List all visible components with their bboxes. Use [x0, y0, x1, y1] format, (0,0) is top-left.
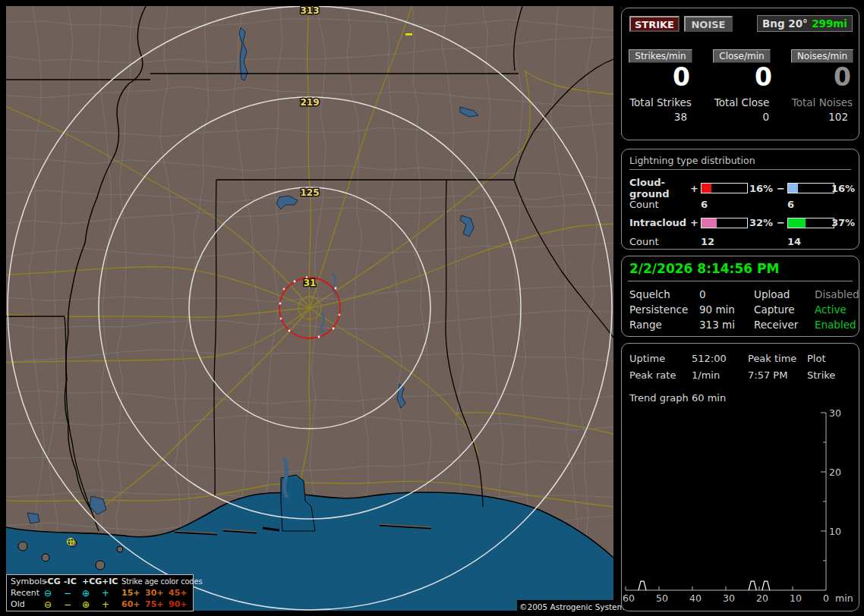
plot-label: Plot [807, 353, 853, 364]
recent-pos-cg-icon: ⊕ [82, 589, 102, 598]
age-60: 60+ [121, 599, 145, 609]
range-value: 299mi [812, 17, 847, 30]
ring-label-219: 219 [300, 97, 319, 108]
datetime-display: 2/2/2026 8:14:56 PM [628, 259, 853, 281]
peak-time-value: 7:57 PM [748, 369, 807, 381]
cg-negative-bar [787, 183, 834, 193]
persistence-value: 90 min [699, 303, 754, 316]
legend-recent-row: Recent ⊖ − ⊕ + 15+ 30+ 45+ [11, 587, 193, 599]
map-canvas: 313 219 125 31 [6, 6, 613, 611]
total-noises-label: Total Noises [789, 96, 856, 108]
recent-neg-ic-icon: − [64, 589, 82, 598]
legend-col-neg-ic: -IC [64, 577, 82, 586]
legend-col-pos-cg: +CG [82, 577, 102, 586]
y-tick-10: 10 [829, 526, 841, 537]
total-noises-value: 102 [789, 111, 856, 123]
count-label: Count [629, 199, 701, 210]
receiver-value: Enabled [815, 319, 856, 331]
noise-button[interactable]: NOISE [684, 16, 733, 32]
peak-time-label: Peak time [748, 353, 807, 364]
recent-pos-ic-icon: + [102, 589, 120, 598]
minus-sign: − [777, 183, 787, 194]
upload-label: Upload [754, 288, 815, 300]
old-positive-cg-strike-icon [67, 538, 74, 545]
plus-sign: + [690, 217, 701, 228]
trend-series [639, 581, 770, 590]
status-row: Persistence 90 min Capture Active [628, 302, 853, 317]
total-close-value: 0 [707, 111, 777, 123]
x-tick-60: 60 [623, 592, 635, 604]
symbols-legend: Symbols -CG -IC +CG +IC Strike age color… [6, 574, 194, 611]
trend-window-value: 60 min [692, 392, 853, 404]
ic-positive-bar-fill [702, 218, 717, 228]
trend-graph-row: Trend graph 60 min [628, 389, 853, 406]
capture-label: Capture [754, 303, 815, 316]
legend-recent-label: Recent [11, 588, 44, 598]
lightning-map[interactable]: 313 219 125 31 [6, 6, 613, 611]
close-per-min-value: 0 [707, 64, 777, 91]
trend-graph-label: Trend graph [629, 392, 692, 404]
close-column: Close/min 0 Total Close 0 [707, 48, 777, 123]
plot-mode-value: Strike [807, 369, 853, 381]
strikes-per-min-value: 0 [626, 64, 695, 91]
ic-negative-count: 14 [787, 236, 851, 247]
cloud-ground-label: Cloud-ground [629, 177, 690, 200]
status-panel: 2/2/2026 8:14:56 PM Squelch 0 Upload Dis… [621, 256, 859, 337]
legend-col-pos-ic: +IC [102, 577, 120, 586]
cg-negative-pct: 16% [828, 183, 853, 194]
intracloud-row: Intracloud + 32% − 37% [629, 214, 851, 231]
legend-header-row: Symbols -CG -IC +CG +IC Strike age color… [11, 576, 193, 587]
x-tick-40: 40 [689, 592, 702, 604]
persistence-label: Persistence [629, 303, 699, 316]
ic-positive-count: 12 [701, 236, 787, 247]
intracloud-count-row: Count 12 14 [629, 231, 851, 251]
x-tick-0: 0 [823, 592, 829, 604]
old-neg-cg-icon: ⊖ [44, 600, 64, 609]
close-per-min-badge[interactable]: Close/min [713, 49, 770, 63]
x-tick-10: 10 [790, 592, 802, 604]
strikes-per-min-badge[interactable]: Strikes/min [629, 49, 692, 63]
peak-rate-label: Peak rate [629, 369, 692, 381]
squelch-value: 0 [699, 288, 754, 300]
minus-sign: − [777, 217, 787, 228]
receiver-label: Receiver [754, 319, 815, 331]
bearing-range-readout: Bng 20° 299mi [757, 15, 853, 32]
status-row: Range 313 mi Receiver Enabled [628, 317, 853, 332]
x-tick-50: 50 [656, 592, 668, 604]
ring-label-313: 313 [300, 6, 319, 16]
strike-button[interactable]: STRIKE [629, 16, 680, 32]
age-90: 90+ [169, 599, 192, 609]
noises-per-min-value: 0 [789, 64, 856, 91]
old-neg-ic-icon: − [64, 600, 82, 609]
age-15: 15+ [121, 588, 145, 598]
uptime-row: Uptime 512:00 Peak time Plot [628, 350, 853, 366]
x-tick-20: 20 [756, 592, 768, 604]
uptime-value: 512:00 [692, 353, 748, 364]
noises-per-min-badge[interactable]: Noises/min [791, 49, 853, 63]
legend-col-neg-cg: -CG [44, 577, 64, 586]
old-pos-cg-icon: ⊕ [82, 600, 102, 609]
x-axis-unit: min [835, 592, 853, 604]
upload-value: Disabled [815, 288, 859, 300]
noises-column: Noises/min 0 Total Noises 102 [789, 48, 856, 123]
status-row: Squelch 0 Upload Disabled [628, 287, 853, 302]
capture-value: Active [815, 303, 853, 316]
recent-neg-cg-icon: ⊖ [44, 589, 64, 598]
legend-symbols-header: Symbols [11, 577, 44, 586]
range-label: Range [629, 319, 699, 331]
ic-positive-pct: 32% [746, 217, 777, 228]
ring-label-125: 125 [300, 187, 319, 198]
age-30: 30+ [145, 588, 169, 598]
ic-negative-pct: 37% [828, 217, 853, 228]
total-strikes-value: 38 [626, 111, 695, 123]
strikes-column: Strikes/min 0 Total Strikes 38 [626, 48, 695, 123]
cg-positive-pct: 16% [746, 183, 777, 194]
y-tick-30: 30 [829, 407, 841, 419]
squelch-label: Squelch [629, 288, 699, 300]
age-45: 45+ [169, 588, 192, 598]
count-label: Count [629, 236, 701, 247]
peak-rate-row: Peak rate 1/min 7:57 PM Strike [628, 366, 853, 383]
cg-positive-bar [701, 183, 748, 193]
old-pos-ic-icon: + [102, 600, 120, 609]
total-close-label: Total Close [707, 96, 777, 108]
